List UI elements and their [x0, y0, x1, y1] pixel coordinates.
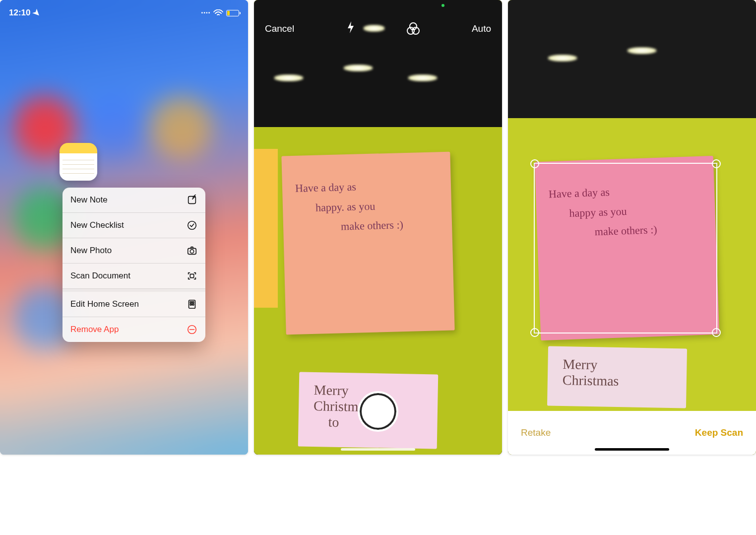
- scan-review-panel: Have a day as happy as you make others :…: [508, 0, 756, 455]
- svg-rect-5: [189, 300, 195, 309]
- svg-rect-8: [190, 304, 191, 305]
- flash-icon[interactable]: [346, 21, 355, 36]
- scan-review-toolbar: Retake Keep Scan: [508, 411, 756, 455]
- menu-edit-home-screen[interactable]: Edit Home Screen: [63, 289, 205, 317]
- notes-app-icon[interactable]: [60, 143, 97, 181]
- minus-circle-icon: [187, 324, 197, 335]
- retake-button[interactable]: Retake: [521, 427, 551, 438]
- quick-actions-menu: New Note New Checklist New Photo Scan Do…: [63, 188, 205, 342]
- menu-label: Scan Document: [70, 271, 130, 281]
- ceiling-light: [627, 47, 657, 54]
- svg-rect-9: [192, 304, 194, 305]
- scan-icon: [187, 270, 197, 281]
- menu-label: New Checklist: [70, 220, 124, 230]
- svg-point-1: [188, 221, 196, 230]
- sticky-note-main: Have a day as happy. as you make others …: [281, 152, 454, 335]
- ceiling-light: [548, 55, 577, 62]
- menu-label: New Photo: [70, 246, 112, 256]
- battery-icon: [226, 10, 239, 16]
- svg-point-3: [190, 250, 193, 253]
- color-filter-icon[interactable]: [407, 22, 420, 35]
- scanner-top-bar: Cancel Auto: [254, 15, 502, 42]
- cancel-button[interactable]: Cancel: [265, 23, 294, 34]
- sticky-note-secondary: Merry Christmas: [547, 346, 687, 408]
- home-indicator[interactable]: [341, 448, 415, 451]
- background-board: [254, 149, 278, 308]
- ceiling-light: [274, 74, 304, 81]
- menu-label: Remove App: [70, 325, 119, 334]
- status-bar: 12:10 ➤ ····: [0, 0, 248, 22]
- ceiling-light: [343, 65, 373, 71]
- location-arrow-icon: ➤: [31, 7, 43, 19]
- wifi-icon: [213, 9, 223, 16]
- menu-scan-document[interactable]: Scan Document: [63, 264, 205, 289]
- sticky-note-main: Have a day as happy as you make others :…: [535, 156, 719, 340]
- ceiling-light: [408, 74, 438, 81]
- keep-scan-button[interactable]: Keep Scan: [695, 427, 743, 438]
- camera-icon: [187, 245, 197, 256]
- svg-rect-7: [192, 302, 194, 303]
- capture-mode-button[interactable]: Auto: [472, 23, 491, 34]
- note-text-line: Merry: [563, 356, 672, 374]
- menu-remove-app[interactable]: Remove App: [63, 317, 205, 342]
- scan-camera-panel: Have a day as happy. as you make others …: [254, 0, 502, 455]
- menu-new-note[interactable]: New Note: [63, 188, 205, 213]
- note-text-line: Christmas: [563, 372, 672, 390]
- homescreen-quick-actions-panel: 12:10 ➤ ···· New Note New Checklist New …: [0, 0, 248, 455]
- camera-privacy-dot-icon: [441, 4, 444, 7]
- svg-rect-6: [190, 302, 191, 303]
- svg-rect-4: [190, 274, 193, 277]
- apps-icon: [187, 299, 197, 310]
- menu-label: New Note: [70, 195, 108, 205]
- home-indicator[interactable]: [595, 448, 669, 451]
- cellular-dots-icon: ····: [201, 8, 210, 18]
- note-text-line: make others :): [296, 214, 440, 237]
- menu-label: Edit Home Screen: [70, 299, 139, 309]
- menu-new-checklist[interactable]: New Checklist: [63, 213, 205, 238]
- status-time: 12:10: [9, 8, 30, 18]
- compose-icon: [187, 195, 197, 205]
- shutter-button[interactable]: [358, 391, 398, 432]
- menu-new-photo[interactable]: New Photo: [63, 238, 205, 264]
- checkmark-circle-icon: [187, 220, 197, 231]
